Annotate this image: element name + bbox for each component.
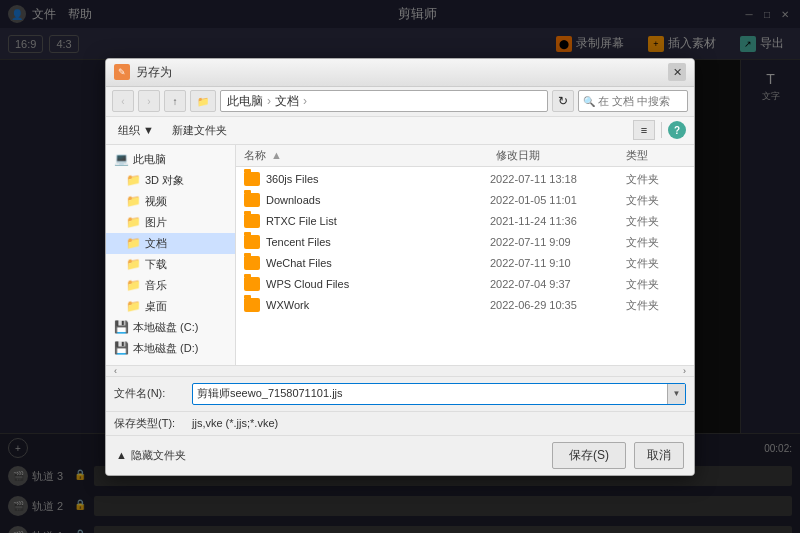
file-date-4: 2022-07-11 9:10 [490, 257, 620, 269]
nav-back-button[interactable]: ‹ [112, 90, 134, 112]
nav-forward-button[interactable]: › [138, 90, 160, 112]
col-date[interactable]: 修改日期 [496, 148, 626, 163]
dialog-title: 另存为 [136, 64, 668, 81]
help-button[interactable]: ? [668, 121, 686, 139]
dialog-close-button[interactable]: ✕ [668, 63, 686, 81]
file-type-6: 文件夹 [626, 298, 686, 313]
file-date-3: 2022-07-11 9:09 [490, 236, 620, 248]
view-button[interactable]: ≡ [633, 120, 655, 140]
filetype-value: jjs,vke (*.jjs;*.vke) [192, 417, 278, 429]
file-row-1[interactable]: Downloads 2022-01-05 11:01 文件夹 [236, 190, 694, 211]
dialog-buttons: ▲ 隐藏文件夹 保存(S) 取消 [106, 436, 694, 475]
dialog-bottom-nav: ‹ › [106, 365, 694, 377]
tree-item-downloads[interactable]: 📁 下载 [106, 254, 235, 275]
file-row-0[interactable]: 360js Files 2022-07-11 13:18 文件夹 [236, 169, 694, 190]
save-button[interactable]: 保存(S) [552, 442, 626, 469]
tree-item-drive-d[interactable]: 💾 本地磁盘 (D:) [106, 338, 235, 359]
triangle-icon: ▲ [116, 449, 127, 461]
file-type-1: 文件夹 [626, 193, 686, 208]
folder-pictures-icon: 📁 [126, 215, 140, 229]
dialog-nav: ‹ › ↑ 📁 此电脑 › 文档 › ↻ 🔍 [106, 87, 694, 117]
search-box: 🔍 [578, 90, 688, 112]
app-window: 👤 文件 帮助 剪辑师 ─ □ ✕ 16:9 4:3 ⬤ 录制屏幕 + 插入素材 [0, 0, 800, 533]
file-name-0: 360js Files [266, 173, 484, 185]
dialog-title-icon: ✎ [114, 64, 130, 80]
folder-icon-0 [244, 172, 260, 186]
file-name-4: WeChat Files [266, 257, 484, 269]
file-row-3[interactable]: Tencent Files 2022-07-11 9:09 文件夹 [236, 232, 694, 253]
filename-label: 文件名(N): [114, 386, 184, 401]
file-type-3: 文件夹 [626, 235, 686, 250]
breadcrumb-sep-1: › [267, 94, 271, 108]
file-type-2: 文件夹 [626, 214, 686, 229]
file-list-header: 名称 ▲ 修改日期 类型 [236, 145, 694, 167]
tree-item-music[interactable]: 📁 音乐 [106, 275, 235, 296]
breadcrumb-computer: 此电脑 [227, 93, 263, 110]
col-type[interactable]: 类型 [626, 148, 686, 163]
file-row-6[interactable]: WXWork 2022-06-29 10:35 文件夹 [236, 295, 694, 316]
file-name-5: WPS Cloud Files [266, 278, 484, 290]
tree-item-video[interactable]: 📁 视频 [106, 191, 235, 212]
nav-up-button[interactable]: ↑ [164, 90, 186, 112]
folder-documents-icon: 📁 [126, 236, 140, 250]
folder-icon-6 [244, 298, 260, 312]
bottom-nav-left[interactable]: ‹ [114, 366, 117, 376]
folder-icon-5 [244, 277, 260, 291]
sort-arrow: ▲ [271, 149, 282, 161]
search-icon: 🔍 [583, 96, 595, 107]
tree-panel: 💻 此电脑 📁 3D 对象 📁 视频 📁 图片 [106, 145, 236, 365]
tree-item-computer[interactable]: 💻 此电脑 [106, 149, 235, 170]
nav-folder-button[interactable]: 📁 [190, 90, 216, 112]
folder-icon-1 [244, 193, 260, 207]
dialog-overlay: ✎ 另存为 ✕ ‹ › ↑ 📁 此电脑 › 文档 › ↻ 🔍 [0, 0, 800, 533]
folder-video-icon: 📁 [126, 194, 140, 208]
tree-item-documents[interactable]: 📁 文档 [106, 233, 235, 254]
file-name-2: RTXC File List [266, 215, 484, 227]
folder-icon-4 [244, 256, 260, 270]
filetype-row: 保存类型(T): jjs,vke (*.jjs;*.vke) [106, 412, 694, 436]
folder-downloads-icon: 📁 [126, 257, 140, 271]
file-row-5[interactable]: WPS Cloud Files 2022-07-04 9:37 文件夹 [236, 274, 694, 295]
dialog-toolbar: 组织 ▼ 新建文件夹 ≡ ? [106, 117, 694, 145]
tree-item-pictures[interactable]: 📁 图片 [106, 212, 235, 233]
file-type-4: 文件夹 [626, 256, 686, 271]
col-name[interactable]: 名称 ▲ [244, 148, 496, 163]
file-type-0: 文件夹 [626, 172, 686, 187]
filename-dropdown-button[interactable]: ▼ [667, 383, 685, 405]
folder-icon-3 [244, 235, 260, 249]
tree-item-drive-c[interactable]: 💾 本地磁盘 (C:) [106, 317, 235, 338]
filename-row: 文件名(N): ▼ [106, 377, 694, 412]
tree-item-3d[interactable]: 📁 3D 对象 [106, 170, 235, 191]
breadcrumb: 此电脑 › 文档 › [220, 90, 548, 112]
new-folder-button[interactable]: 新建文件夹 [164, 121, 235, 140]
cancel-button[interactable]: 取消 [634, 442, 684, 469]
file-date-1: 2022-01-05 11:01 [490, 194, 620, 206]
file-date-5: 2022-07-04 9:37 [490, 278, 620, 290]
computer-icon: 💻 [114, 152, 128, 166]
search-input[interactable] [598, 95, 678, 107]
organize-button[interactable]: 组织 ▼ [114, 121, 158, 140]
tree-item-desktop[interactable]: 📁 桌面 [106, 296, 235, 317]
file-list: 360js Files 2022-07-11 13:18 文件夹 Downloa… [236, 167, 694, 365]
file-date-6: 2022-06-29 10:35 [490, 299, 620, 311]
breadcrumb-sep-2: › [303, 94, 307, 108]
file-row-2[interactable]: RTXC File List 2021-11-24 11:36 文件夹 [236, 211, 694, 232]
folder-icon-2 [244, 214, 260, 228]
file-name-3: Tencent Files [266, 236, 484, 248]
toolbar-divider [661, 122, 662, 138]
folder-music-icon: 📁 [126, 278, 140, 292]
hide-folders-button[interactable]: ▲ 隐藏文件夹 [116, 448, 186, 463]
bottom-nav-right[interactable]: › [683, 366, 686, 376]
file-panel: 名称 ▲ 修改日期 类型 360js Files 2022-07-11 13:1… [236, 145, 694, 365]
filename-input[interactable] [193, 388, 667, 400]
drive-c-icon: 💾 [114, 320, 128, 334]
file-date-0: 2022-07-11 13:18 [490, 173, 620, 185]
file-row-4[interactable]: WeChat Files 2022-07-11 9:10 文件夹 [236, 253, 694, 274]
dialog-body: 💻 此电脑 📁 3D 对象 📁 视频 📁 图片 [106, 145, 694, 365]
drive-d-icon: 💾 [114, 341, 128, 355]
refresh-button[interactable]: ↻ [552, 90, 574, 112]
file-type-5: 文件夹 [626, 277, 686, 292]
dialog-titlebar: ✎ 另存为 ✕ [106, 59, 694, 87]
file-name-6: WXWork [266, 299, 484, 311]
filetype-label: 保存类型(T): [114, 416, 184, 431]
